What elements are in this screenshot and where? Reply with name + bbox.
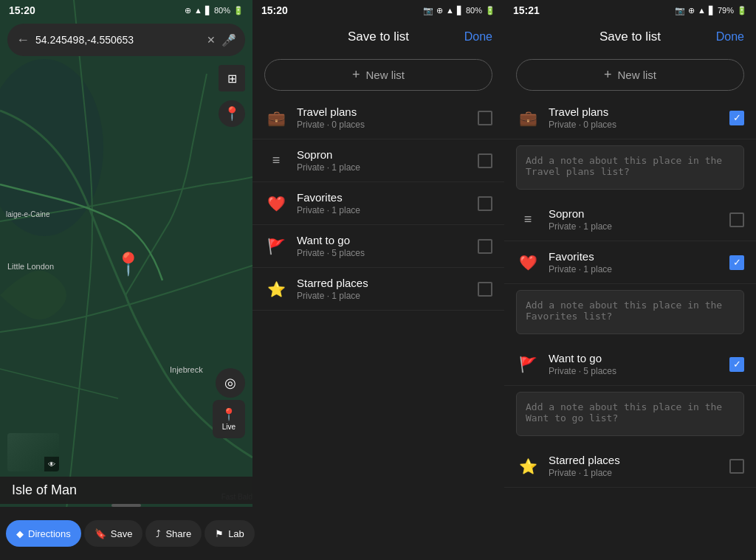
map-bottom-bar: ◆ Directions 🔖 Save ⤴ Share ⚑ Lab	[0, 507, 252, 560]
right-favorites-sub: Private · 1 place	[549, 264, 721, 274]
right-briefcase-icon: 💼	[519, 109, 537, 127]
panel-right-done-button[interactable]: Done	[716, 30, 744, 44]
heart-icon: ❤️	[267, 195, 286, 212]
panel-left-done-button[interactable]: Done	[464, 30, 492, 44]
right-list-lines-icon: ≡	[524, 212, 532, 227]
right-travel-plans-icon-container: 💼	[516, 106, 540, 130]
right-starred-icon-container: ⭐	[516, 454, 540, 478]
list-item-sopron[interactable]: ≡ Sopron Private · 1 place	[252, 139, 504, 182]
map-thumbnail[interactable]: 👁	[7, 433, 59, 471]
right-starred-name: Starred places	[549, 454, 721, 466]
starred-sub: Private · 1 place	[297, 291, 469, 301]
right-want-to-go-checkbox[interactable]: ✓	[729, 357, 744, 372]
right-list-item-starred[interactable]: ⭐ Starred places Private · 1 place	[504, 445, 756, 488]
sopron-name: Sopron	[297, 148, 469, 161]
directions-button[interactable]: ◆ Directions	[6, 520, 81, 547]
favorites-note-container	[504, 284, 756, 343]
save-label: Save	[111, 528, 133, 539]
starred-name: Starred places	[297, 277, 469, 289]
right-sopron-sub: Private · 1 place	[549, 221, 721, 232]
panel-left-camera-icon: 📷	[423, 6, 433, 15]
panel-right-new-list-label: New list	[618, 69, 657, 81]
panel-left-battery-icon: 🔋	[485, 6, 495, 15]
label-button[interactable]: ⚑ Lab	[205, 520, 255, 547]
location-icon: ⊕	[185, 6, 191, 15]
want-to-go-note-input[interactable]	[516, 392, 744, 436]
save-button[interactable]: 🔖 Save	[84, 520, 143, 547]
want-to-go-info: Want to go Private · 5 places	[288, 234, 478, 258]
map-location-name-bar: Isle of Man	[0, 477, 252, 504]
travel-plans-info: Travel plans Private · 0 places	[288, 106, 478, 130]
favorites-name: Favorites	[297, 191, 469, 204]
search-clear-button[interactable]: ✕	[207, 34, 216, 46]
wifi-icon: ▲	[194, 6, 202, 15]
panel-left-new-list-button[interactable]: + New list	[264, 59, 492, 91]
sopron-checkbox[interactable]	[478, 153, 492, 168]
map-search-bar[interactable]: ← 54.245498,-4.550653 ✕ 🎤	[7, 24, 245, 56]
travel-plans-note-input[interactable]	[516, 145, 744, 190]
right-list-item-sopron[interactable]: ≡ Sopron Private · 1 place	[504, 198, 756, 241]
want-to-go-checkbox[interactable]	[478, 239, 492, 254]
sopron-info: Sopron Private · 1 place	[288, 148, 478, 173]
right-travel-plans-info: Travel plans Private · 0 places	[540, 106, 729, 130]
favorites-checkmark-icon: ✓	[733, 257, 741, 268]
starred-checkbox[interactable]	[478, 282, 492, 297]
list-item-travel-plans[interactable]: 💼 Travel plans Private · 0 places	[252, 97, 504, 139]
search-back-button[interactable]: ←	[16, 32, 30, 48]
star-icon: ⭐	[267, 280, 286, 298]
right-favorites-checkbox[interactable]: ✓	[729, 255, 744, 270]
list-lines-icon: ≡	[272, 153, 281, 168]
search-input-text: 54.245498,-4.550653	[35, 34, 201, 46]
signal-icon: ▋	[205, 6, 211, 15]
right-travel-plans-checkbox[interactable]: ✓	[729, 111, 744, 125]
map-time: 15:20	[9, 4, 35, 16]
starred-icon-container: ⭐	[264, 277, 288, 301]
panel-left-time: 15:20	[261, 4, 288, 16]
flag-icon: ⚑	[215, 528, 224, 539]
panel-right-new-list-button[interactable]: + New list	[516, 59, 744, 91]
want-to-go-sub: Private · 5 places	[297, 248, 469, 258]
map-compass-button[interactable]: ◎	[216, 368, 245, 398]
want-to-go-name: Want to go	[297, 234, 469, 246]
list-item-want-to-go[interactable]: 🚩 Want to go Private · 5 places	[252, 225, 504, 268]
map-panel: 15:20 ⊕ ▲ ▋ 80% 🔋 ← 54.245498,-4.550653 …	[0, 0, 252, 560]
share-button[interactable]: ⤴ Share	[145, 520, 202, 547]
panel-left-status-bar: 15:20 📷 ⊕ ▲ ▋ 80% 🔋	[252, 0, 504, 21]
panel-right-battery: 79%	[718, 6, 734, 15]
travel-plans-checkbox[interactable]	[478, 111, 492, 125]
right-list-item-want-to-go[interactable]: 🚩 Want to go Private · 5 places ✓	[504, 343, 756, 386]
map-label-laige: laige-e-Caine	[6, 210, 49, 218]
label-btn-text: Lab	[228, 528, 244, 539]
directions-icon: ◆	[16, 528, 24, 539]
save-icon: 🔖	[94, 528, 106, 539]
right-want-to-go-sub: Private · 5 places	[549, 366, 721, 376]
favorites-checkbox[interactable]	[478, 196, 492, 211]
location-pin-icon: 📍	[114, 252, 142, 276]
location-name-text: Isle of Man	[12, 483, 77, 497]
right-favorites-icon-container: ❤️	[516, 251, 540, 274]
map-layers-button[interactable]: ⊞	[219, 65, 245, 91]
map-pin-button[interactable]: 📍	[219, 100, 245, 127]
right-list-item-favorites[interactable]: ❤️ Favorites Private · 1 place ✓	[504, 241, 756, 284]
list-item-favorites[interactable]: ❤️ Favorites Private · 1 place	[252, 182, 504, 225]
travel-plans-icon-container: 💼	[264, 106, 288, 130]
right-want-to-go-info: Want to go Private · 5 places	[540, 352, 729, 376]
list-item-starred[interactable]: ⭐ Starred places Private · 1 place	[252, 268, 504, 311]
panel-left-status-icons: 📷 ⊕ ▲ ▋ 80% 🔋	[423, 6, 495, 15]
new-list-plus-icon: +	[352, 67, 360, 83]
starred-info: Starred places Private · 1 place	[288, 277, 478, 301]
right-starred-checkbox[interactable]	[729, 459, 744, 474]
want-to-go-note-container	[504, 386, 756, 445]
right-list-item-travel-plans[interactable]: 💼 Travel plans Private · 0 places ✓	[504, 97, 756, 139]
live-pin-icon: 📍	[221, 407, 236, 421]
panel-left-signal-icon: ▋	[457, 6, 463, 15]
search-mic-button[interactable]: 🎤	[221, 33, 236, 47]
panel-right-time: 15:21	[513, 4, 540, 16]
right-heart-icon: ❤️	[519, 254, 537, 272]
favorites-note-input[interactable]	[516, 290, 744, 334]
right-favorites-name: Favorites	[549, 250, 721, 263]
thumbnail-expand-icon: 👁	[48, 460, 55, 469]
map-live-button[interactable]: 📍 Live	[213, 400, 245, 438]
share-icon: ⤴	[156, 528, 161, 539]
right-sopron-checkbox[interactable]	[729, 212, 744, 227]
